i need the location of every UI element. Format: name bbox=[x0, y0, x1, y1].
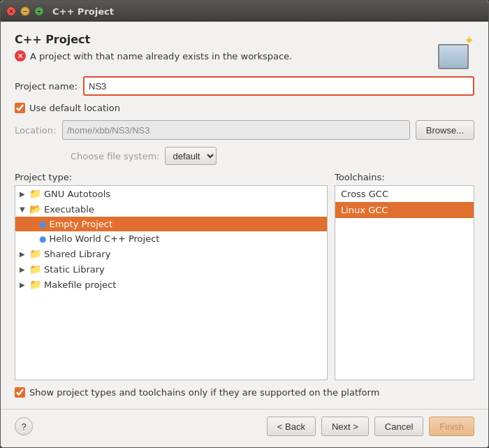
arrow-gnu-autotools: ▶ bbox=[20, 190, 27, 198]
error-icon: ✕ bbox=[15, 50, 26, 62]
filesystem-select[interactable]: default bbox=[165, 147, 217, 165]
project-type-label: Project type: bbox=[15, 172, 328, 182]
dot-icon-empty-project: ● bbox=[39, 219, 46, 229]
minimize-icon: − bbox=[22, 8, 28, 15]
label-static-library: Static Library bbox=[44, 264, 105, 275]
show-platform-row: Show project types and toolchains only i… bbox=[15, 387, 474, 398]
label-executable: Executable bbox=[44, 204, 94, 215]
tree-item-static-library[interactable]: ▶ 📁 Static Library bbox=[15, 261, 327, 277]
folder-icon-executable: 📂 bbox=[29, 203, 41, 215]
star-icon: ✦ bbox=[464, 33, 474, 48]
location-input[interactable] bbox=[62, 120, 410, 140]
arrow-static-library: ▶ bbox=[20, 266, 27, 273]
maximize-icon: + bbox=[36, 8, 42, 15]
toolchain-list[interactable]: Cross GCC Linux GCC bbox=[335, 185, 474, 380]
maximize-button[interactable]: + bbox=[34, 6, 44, 16]
main-window: × − + C++ Project C++ Project ✕ A projec… bbox=[0, 0, 489, 448]
header-left: C++ Project ✕ A project with that name a… bbox=[15, 33, 292, 62]
location-row: Location: Browse... bbox=[15, 120, 474, 140]
close-icon: × bbox=[8, 8, 14, 15]
label-gnu-autotools: GNU Autotools bbox=[44, 189, 110, 199]
folder-icon-static-library: 📁 bbox=[29, 263, 41, 275]
label-empty-project: Empty Project bbox=[49, 219, 112, 229]
project-name-label: Project name: bbox=[15, 81, 78, 92]
bottom-buttons: ? < Back Next > Cancel Finish bbox=[1, 409, 488, 447]
folder-icon-gnu-autotools: 📁 bbox=[29, 188, 41, 199]
tree-item-executable[interactable]: ▼ 📂 Executable bbox=[15, 201, 327, 217]
project-name-input[interactable] bbox=[83, 76, 474, 96]
project-type-panel: Project type: ▶ 📁 GNU Autotools ▼ 📂 Exec… bbox=[15, 172, 328, 380]
tree-item-hello-world[interactable]: ● Hello World C++ Project bbox=[15, 231, 327, 246]
dialog-content: C++ Project ✕ A project with that name a… bbox=[1, 22, 488, 409]
nav-buttons: < Back Next > Cancel Finish bbox=[267, 417, 474, 436]
label-hello-world: Hello World C++ Project bbox=[49, 233, 159, 244]
next-button[interactable]: Next > bbox=[321, 417, 369, 436]
folder-icon-shared-library: 📁 bbox=[29, 248, 41, 259]
project-name-row: Project name: bbox=[15, 76, 474, 96]
label-makefile: Makefile project bbox=[44, 280, 116, 290]
error-line: ✕ A project with that name already exist… bbox=[15, 50, 292, 62]
dialog-icon: ✦ bbox=[438, 33, 474, 69]
dot-icon-hello-world: ● bbox=[39, 234, 46, 244]
help-button[interactable]: ? bbox=[15, 417, 33, 435]
arrow-makefile: ▶ bbox=[20, 281, 27, 289]
toolchain-cross-gcc[interactable]: Cross GCC bbox=[335, 186, 474, 202]
folder-icon-makefile: 📁 bbox=[29, 279, 41, 290]
tree-item-empty-project[interactable]: ● Empty Project bbox=[15, 217, 327, 231]
close-button[interactable]: × bbox=[6, 6, 16, 16]
label-shared-library: Shared Library bbox=[44, 249, 110, 259]
arrow-executable: ▼ bbox=[20, 205, 27, 213]
tree-item-shared-library[interactable]: ▶ 📁 Shared Library bbox=[15, 246, 327, 261]
show-platform-checkbox[interactable] bbox=[15, 387, 25, 398]
titlebar: × − + C++ Project bbox=[1, 1, 488, 22]
minimize-button[interactable]: − bbox=[20, 6, 30, 16]
project-type-tree[interactable]: ▶ 📁 GNU Autotools ▼ 📂 Executable ● bbox=[15, 185, 328, 380]
icon-image bbox=[438, 44, 469, 69]
toolchain-panel: Toolchains: Cross GCC Linux GCC bbox=[335, 172, 474, 380]
show-platform-label: Show project types and toolchains only i… bbox=[29, 387, 379, 398]
error-message: A project with that name already exists … bbox=[30, 51, 292, 62]
use-default-location-row: Use default location bbox=[15, 103, 474, 113]
arrow-shared-library: ▶ bbox=[20, 250, 27, 258]
browse-button[interactable]: Browse... bbox=[416, 120, 474, 140]
toolchain-linux-gcc[interactable]: Linux GCC bbox=[335, 202, 474, 218]
filesystem-row: Choose file system: default bbox=[15, 147, 474, 165]
finish-button[interactable]: Finish bbox=[429, 417, 474, 436]
window-title: C++ Project bbox=[52, 6, 114, 17]
use-default-location-label: Use default location bbox=[29, 103, 120, 113]
dialog-header: C++ Project ✕ A project with that name a… bbox=[15, 33, 474, 69]
toolchains-label: Toolchains: bbox=[335, 172, 474, 182]
location-label: Location: bbox=[15, 125, 57, 136]
use-default-location-checkbox[interactable] bbox=[15, 103, 25, 113]
back-button[interactable]: < Back bbox=[267, 417, 316, 436]
tree-item-gnu-autotools[interactable]: ▶ 📁 GNU Autotools bbox=[15, 186, 327, 201]
cancel-button[interactable]: Cancel bbox=[374, 417, 423, 436]
tree-item-makefile[interactable]: ▶ 📁 Makefile project bbox=[15, 277, 327, 292]
dialog-title: C++ Project bbox=[15, 33, 292, 46]
main-area: Project type: ▶ 📁 GNU Autotools ▼ 📂 Exec… bbox=[15, 172, 474, 380]
filesystem-label: Choose file system: bbox=[71, 151, 159, 161]
